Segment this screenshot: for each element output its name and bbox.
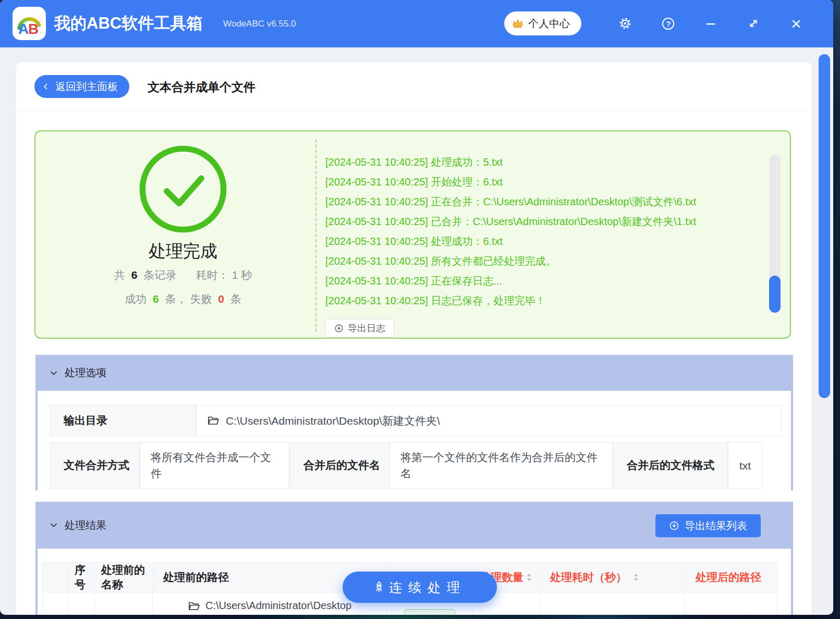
output-dir-value: C:\Users\Administrator\Desktop\新建文件夹\: [196, 405, 782, 436]
chevron-down-icon: [49, 368, 58, 378]
crown-icon: [512, 17, 524, 30]
profile-center-button[interactable]: 个人中心: [504, 11, 581, 35]
titlebar: A B 我的ABC软件工具箱 WodeABC v6.55.0 个人中心 ?: [0, 0, 833, 47]
log-scrollbar-track[interactable]: [769, 155, 781, 314]
chevron-down-icon: [49, 521, 58, 530]
status-title: 处理完成: [100, 240, 266, 263]
download-icon: [334, 324, 344, 333]
log-line: [2024-05-31 10:40:25] 正在保存日志...: [325, 271, 763, 291]
app-version: WodeABC v6.55.0: [223, 19, 296, 29]
output-dir-label: 输出目录: [50, 405, 196, 436]
chevron-left-icon: [42, 82, 50, 91]
elapsed-label: 处理耗时（秒）: [550, 570, 627, 585]
log-line: [2024-05-31 10:40:25] 日志已保存，处理完毕！: [325, 291, 763, 311]
rocket-icon: [372, 580, 386, 594]
app-logo: A B: [13, 7, 46, 40]
sort-caret-icon[interactable]: [526, 572, 533, 583]
folder-icon: [188, 600, 200, 612]
help-icon[interactable]: ?: [660, 15, 676, 32]
continue-processing-button[interactable]: 连续处理: [343, 572, 497, 603]
page-scrollbar-track[interactable]: [818, 53, 831, 611]
stats-success-fail-line: 成功 6 条， 失败 0 条: [68, 292, 298, 306]
back-button-label: 返回到主面板: [55, 80, 118, 94]
log-scrollbar-thumb[interactable]: [769, 276, 781, 313]
close-icon[interactable]: ×: [788, 15, 805, 32]
app-window: A B 我的ABC软件工具箱 WodeABC v6.55.0 个人中心 ?: [0, 0, 833, 615]
profile-center-label: 个人中心: [528, 17, 570, 31]
stats-summary-line: 共 6 条记录 耗时： 1 秒: [68, 268, 298, 282]
header-path-after: 处理后的路径: [685, 562, 777, 592]
merged-format-label: 合并后的文件格式: [613, 442, 728, 489]
merged-filename-label: 合并后的文件名: [289, 442, 389, 489]
header-name-before: 处理前的名称: [94, 562, 153, 592]
page-scrollbar-thumb[interactable]: [819, 54, 830, 398]
back-to-dashboard-button[interactable]: 返回到主面板: [34, 75, 129, 98]
export-log-label: 导出日志: [348, 322, 385, 335]
export-results-button[interactable]: 导出结果列表: [655, 514, 761, 537]
maximize-resize-icon[interactable]: [745, 15, 762, 32]
options-section-title: 处理选项: [65, 366, 106, 380]
log-line: [2024-05-31 10:40:25] 处理成功：6.txt: [325, 231, 763, 251]
export-log-button[interactable]: 导出日志: [325, 319, 394, 338]
header-select-column: [42, 562, 68, 592]
header-elapsed-sortable[interactable]: 处理耗时（秒）: [539, 562, 685, 592]
success-count: 6: [153, 293, 159, 305]
process-log-list: [2024-05-31 10:40:25] 处理成功：5.txt [2024-0…: [325, 152, 763, 311]
log-divider: [315, 139, 316, 332]
svg-text:B: B: [28, 21, 39, 37]
options-section-header[interactable]: 处理选项: [35, 355, 793, 391]
success-check-icon: [136, 142, 230, 236]
log-line: [2024-05-31 10:40:25] 处理成功：5.txt: [325, 152, 763, 172]
log-line: [2024-05-31 10:40:25] 正在合并：C:\Users\Admi…: [325, 192, 763, 212]
svg-text:?: ?: [666, 19, 671, 28]
folder-icon: [207, 414, 220, 427]
log-line: [2024-05-31 10:40:25] 开始处理：6.txt: [325, 172, 763, 192]
header-index: 序号: [68, 562, 95, 592]
log-line: [2024-05-31 10:40:25] 所有文件都已经处理完成。: [325, 251, 763, 271]
continue-button-label: 连续处理: [389, 579, 466, 596]
merged-format-value: txt: [728, 442, 762, 489]
status-badge: [404, 609, 455, 615]
svg-text:A: A: [18, 21, 29, 37]
export-results-label: 导出结果列表: [685, 519, 747, 533]
page-title: 文本合并成单个文件: [148, 79, 255, 95]
results-section-header[interactable]: 处理结果 导出结果列表: [35, 502, 793, 549]
header-divider: [16, 110, 812, 110]
sort-caret-icon[interactable]: [632, 572, 640, 583]
settings-gear-icon[interactable]: [617, 15, 634, 32]
output-dir-path: C:\Users\Administrator\Desktop\新建文件夹\: [226, 413, 440, 429]
merge-mode-value: 将所有文件合并成一个文件: [140, 442, 289, 489]
results-section-title: 处理结果: [65, 518, 106, 533]
merge-mode-label: 文件合并方式: [50, 442, 140, 489]
log-line: [2024-05-31 10:40:25] 已合并：C:\Users\Admin…: [325, 212, 763, 231]
minimize-icon[interactable]: [702, 15, 719, 32]
options-section-body: 输出目录 C:\Users\Administrator\Desktop\新建文件…: [35, 391, 793, 490]
download-icon: [669, 521, 679, 531]
desktop-background: A B 我的ABC软件工具箱 WodeABC v6.55.0 个人中心 ?: [0, 0, 840, 619]
row-path-before: C:\Users\Administrator\Desktop: [188, 600, 351, 615]
total-count: 6: [131, 269, 138, 281]
app-title: 我的ABC软件工具箱: [54, 13, 202, 34]
fail-count: 0: [218, 293, 224, 305]
merged-filename-value: 将第一个文件的文件名作为合并后的文件名: [389, 442, 613, 489]
process-result-panel: 处理完成 共 6 条记录 耗时： 1 秒 成功 6 条， 失败 0 条 [202…: [34, 130, 791, 339]
